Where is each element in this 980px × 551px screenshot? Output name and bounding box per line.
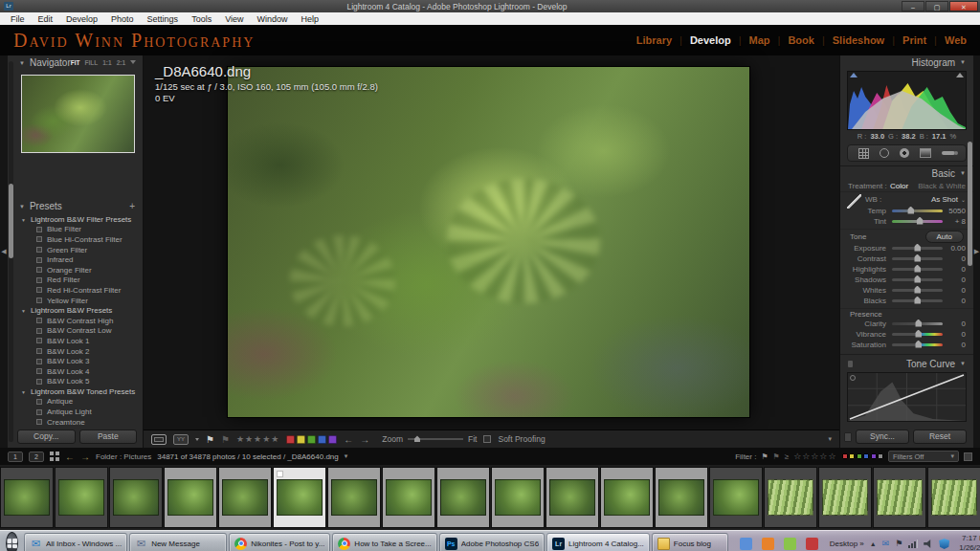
filmstrip-cell[interactable]	[0, 467, 54, 528]
slider-thumb[interactable]	[914, 297, 921, 304]
status-dropdown-icon[interactable]: ▾	[345, 452, 348, 460]
menu-item[interactable]: Edit	[32, 14, 60, 24]
primary-monitor-button[interactable]: 1	[8, 452, 23, 462]
secondary-monitor-button[interactable]: 2	[29, 452, 44, 462]
graduated-filter-tool-icon[interactable]	[920, 148, 931, 158]
paste-button[interactable]: Paste	[79, 430, 138, 444]
module-picker-item[interactable]: Web	[926, 34, 967, 46]
wb-eyedropper-icon[interactable]	[847, 194, 861, 209]
network-icon[interactable]	[908, 540, 918, 548]
filmstrip-thumbnail[interactable]	[713, 479, 759, 516]
preset-row[interactable]: Lightroom B&W Presets	[8, 305, 143, 316]
reset-button[interactable]: Reset	[913, 430, 967, 444]
preset-row[interactable]: Blue Filter	[8, 225, 143, 235]
add-preset-button[interactable]: +	[129, 201, 135, 211]
compare-view-icon[interactable]: YY	[173, 434, 189, 445]
filmstrip-thumbnail[interactable]	[222, 479, 268, 516]
filter-color-chip[interactable]	[849, 453, 855, 459]
filmstrip-cell[interactable]	[218, 467, 272, 528]
filmstrip-cell[interactable]	[818, 467, 872, 528]
fit-label[interactable]: Fit	[468, 434, 477, 444]
tray-app-icon[interactable]	[740, 538, 752, 550]
slider-thumb[interactable]	[914, 265, 921, 273]
taskbar-button[interactable]: Lr Lightroom 4 Catalog...	[546, 533, 650, 551]
color-label-chip[interactable]	[297, 435, 305, 444]
volume-icon[interactable]	[924, 540, 933, 548]
navigator-zoom-mode[interactable]: 2:1	[117, 59, 125, 66]
slider-thumb[interactable]	[915, 341, 922, 348]
filmstrip-cell[interactable]	[436, 467, 490, 528]
zoom-ratio-dropdown-icon[interactable]	[130, 60, 136, 66]
menu-item[interactable]: View	[218, 14, 250, 24]
filmstrip-thumbnail[interactable]	[277, 479, 323, 516]
module-picker-item[interactable]: Develop	[672, 34, 731, 46]
filmstrip-thumbnail[interactable]	[386, 479, 432, 516]
basic-header[interactable]: Basic ▼	[840, 166, 973, 180]
navigator-zoom-mode[interactable]: FIT	[71, 59, 80, 66]
navigator-zoom-mode[interactable]: FILL	[85, 59, 99, 66]
slider-track[interactable]	[892, 278, 943, 281]
preset-row[interactable]: Orange Filter	[8, 265, 143, 276]
module-picker-item[interactable]: Library	[636, 34, 672, 46]
filmstrip-cell[interactable]	[709, 467, 763, 528]
slider-track[interactable]	[892, 247, 943, 250]
minimize-button[interactable]: –	[902, 1, 924, 11]
filmstrip-thumbnail[interactable]	[113, 479, 159, 516]
filmstrip-cell[interactable]	[382, 467, 435, 528]
zoom-slider[interactable]	[408, 438, 463, 440]
filmstrip-cell[interactable]	[600, 467, 654, 528]
module-picker-item[interactable]: Print	[884, 34, 926, 46]
filmstrip-thumbnail[interactable]	[549, 479, 595, 516]
color-label-chip[interactable]	[286, 435, 295, 444]
filters-off-dropdown[interactable]: Filters Off ▾	[888, 451, 959, 462]
filter-lock-icon[interactable]	[964, 452, 972, 461]
filmstrip-cell[interactable]	[546, 467, 599, 528]
filmstrip-cell[interactable]	[655, 467, 708, 528]
forward-arrow-icon[interactable]: →	[80, 452, 90, 462]
action-center-flag-icon[interactable]: ⚑	[895, 539, 902, 548]
filmstrip-thumbnail[interactable]	[822, 479, 868, 516]
start-button[interactable]	[6, 532, 18, 551]
main-photo[interactable]	[228, 67, 749, 417]
targeted-adjustment-icon[interactable]	[850, 375, 856, 381]
module-picker-item[interactable]: Book	[770, 34, 814, 46]
left-panel-collapse-arrow-icon[interactable]: ◀	[0, 55, 8, 448]
filter-color-chip[interactable]	[857, 453, 862, 459]
highlight-clipping-icon[interactable]	[956, 73, 964, 77]
presets-header[interactable]: ▼ Presets +	[8, 199, 143, 213]
slider-thumb[interactable]	[914, 244, 921, 252]
slider-track[interactable]	[892, 209, 943, 212]
copy-button[interactable]: Copy...	[17, 430, 76, 444]
filmstrip-thumbnail[interactable]	[931, 479, 977, 516]
preset-row[interactable]: Lightroom B&W Filter Presets	[8, 214, 143, 225]
filter-color-chip[interactable]	[863, 453, 869, 459]
slider-track[interactable]	[892, 299, 943, 302]
desktop-toolbar[interactable]: Desktop »	[830, 540, 864, 548]
scrollbar-thumb[interactable]	[9, 184, 13, 258]
preset-row[interactable]: B&W Look 5	[8, 377, 143, 387]
filmstrip-cell[interactable]	[764, 467, 817, 528]
filmstrip-thumbnail[interactable]	[58, 479, 104, 516]
color-label-chip[interactable]	[318, 435, 326, 444]
slider-track[interactable]	[892, 333, 943, 336]
maximize-button[interactable]: ▢	[925, 1, 948, 11]
treatment-bw-option[interactable]: Black & White	[918, 182, 966, 190]
left-panel-scrollbar[interactable]	[9, 61, 13, 442]
filmstrip-thumbnail[interactable]	[768, 479, 813, 516]
hidden-icons-button[interactable]: ▲	[870, 540, 877, 547]
filmstrip-thumbnail[interactable]	[331, 479, 377, 516]
filmstrip-cell[interactable]	[327, 467, 381, 528]
tray-app-icon[interactable]	[784, 538, 796, 550]
navigator-zoom-mode[interactable]: 1:1	[102, 59, 111, 66]
navigator-header[interactable]: ▼ Navigator FITFILL1:12:1	[8, 55, 143, 70]
preset-row[interactable]: Yellow Filter	[8, 296, 143, 306]
catalog-status[interactable]: 34871 of 34878 photos / 10 selected / _D…	[157, 452, 338, 461]
module-picker-item[interactable]: Map	[731, 34, 770, 46]
tray-app-icon[interactable]	[762, 538, 774, 550]
menu-item[interactable]: Window	[251, 14, 295, 24]
taskbar-button[interactable]: How to Take a Scree...	[332, 533, 436, 551]
filmstrip-thumbnail[interactable]	[495, 479, 541, 516]
tone-curve-display[interactable]	[847, 372, 967, 422]
rating-ge-symbol[interactable]: ≥	[785, 452, 789, 461]
red-eye-tool-icon[interactable]	[900, 148, 909, 158]
